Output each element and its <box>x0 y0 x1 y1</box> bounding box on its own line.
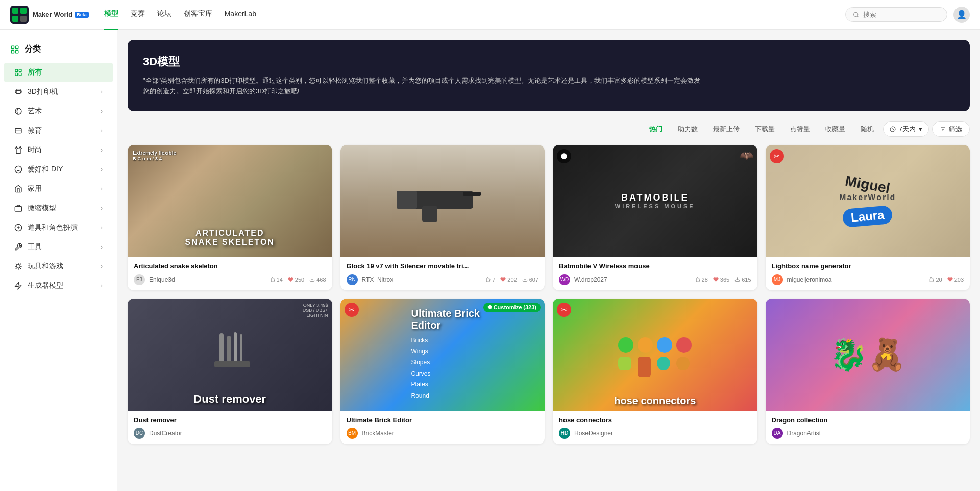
card-image: 🦇 BATMOBILE WIRELESS MOUSE <box>553 145 757 257</box>
sidebar-item-toys[interactable]: 玩具和游戏 › <box>4 257 113 276</box>
model-card[interactable]: 🦇 BATMOBILE WIRELESS MOUSE Batmobile V W… <box>553 145 757 290</box>
stat-downloads: 468 <box>309 277 326 283</box>
fashion-icon <box>14 146 22 154</box>
nav-item-contest[interactable]: 竞赛 <box>131 9 145 20</box>
sidebar-item-printer[interactable]: 3D打印机 › <box>4 82 113 102</box>
model-card[interactable]: ONLY 3.49$USB / UBS+LIGHTNIN Dust remove… <box>128 299 332 444</box>
card-image: ✂ ✱ Customize (323) Ultimate BrickEditor… <box>340 299 545 411</box>
svg-rect-13 <box>19 73 21 76</box>
svg-rect-16 <box>15 128 21 133</box>
svg-rect-1 <box>12 8 18 14</box>
sidebar-item-home[interactable]: 家用 › <box>4 179 113 199</box>
banner-desc: "全部"类别包含我们所有的3D打印模型。通过这个类别，您可以轻松浏览我们整个收藏… <box>143 76 704 97</box>
card-info: Dragon collection DA DragonArtist <box>766 411 970 444</box>
author-avatar: MJ <box>772 274 783 285</box>
card-title: Dragon collection <box>772 416 964 424</box>
card-image: ONLY 3.49$USB / UBS+LIGHTNIN Dust remove… <box>128 299 332 411</box>
sort-downloads[interactable]: 下载量 <box>749 121 781 137</box>
chevron-icon: › <box>101 282 103 289</box>
svg-point-15 <box>15 108 21 114</box>
author-name: Enique3d <box>149 276 175 283</box>
card-info: hose connectors HD HoseDesigner <box>553 411 757 444</box>
svg-rect-34 <box>219 333 224 364</box>
chevron-icon: › <box>101 146 103 154</box>
card-stats: 28 365 615 <box>695 277 751 283</box>
card-title: Lightbox name generator <box>772 262 964 270</box>
sort-collections[interactable]: 收藏量 <box>819 121 851 137</box>
nav-item-forum[interactable]: 论坛 <box>157 9 172 20</box>
svg-rect-6 <box>11 46 14 48</box>
card-stats: 7 202 607 <box>485 277 538 283</box>
nav-item-models[interactable]: 模型 <box>104 9 118 20</box>
banner-title: 3D模型 <box>143 54 954 69</box>
chevron-icon: › <box>101 127 103 134</box>
chevron-icon: › <box>101 185 103 192</box>
sidebar-item-art[interactable]: 艺术 › <box>4 102 113 121</box>
chevron-icon: › <box>101 224 103 231</box>
printer-icon <box>14 88 22 96</box>
logo-line1: Maker <box>33 11 52 18</box>
chevron-down-icon: ▾ <box>919 125 922 133</box>
snake-label: ARTICULATEDSNAKE SKELETON <box>128 229 332 247</box>
model-card[interactable]: ✂ Miguel MakerWorld Laura Lightbox name … <box>766 145 970 290</box>
sort-assists[interactable]: 助力数 <box>672 121 704 137</box>
sort-newest[interactable]: 最新上传 <box>707 121 746 137</box>
banner: 3D模型 "全部"类别包含我们所有的3D打印模型。通过这个类别，您可以轻松浏览我… <box>128 40 970 111</box>
author-avatar: BM <box>347 428 358 439</box>
sidebar-item-fashion[interactable]: 时尚 › <box>4 140 113 160</box>
card-image <box>340 145 545 257</box>
overlay-text: Extremely flexibleBCom/34 <box>133 150 176 161</box>
sidebar-item-hobby[interactable]: 爱好和 DIY › <box>4 160 113 179</box>
red-badge: ✂ <box>770 149 784 163</box>
sort-random[interactable]: 随机 <box>854 121 880 137</box>
card-meta: MJ migueljeronimoa 20 203 <box>772 274 964 285</box>
stat-likes: 14 <box>270 277 283 283</box>
sidebar-item-generator[interactable]: 生成器模型 › <box>4 276 113 296</box>
model-card[interactable]: ✂ ✱ Customize (323) Ultimate BrickEditor… <box>340 299 545 444</box>
stat-likes: 7 <box>485 277 495 283</box>
nav-item-makerlab[interactable]: MakerLab <box>225 10 256 20</box>
svg-rect-9 <box>16 50 18 53</box>
sidebar-title: 分类 <box>0 40 117 63</box>
search-input[interactable] <box>863 11 940 18</box>
sidebar-item-education[interactable]: 教育 › <box>4 121 113 140</box>
chevron-icon: › <box>101 243 103 251</box>
logo-beta: Beta <box>75 12 89 18</box>
model-card[interactable]: 🐉🧸 Dragon collection DA DragonArtist <box>766 299 970 444</box>
sidebar-item-all[interactable]: 所有 <box>4 63 113 82</box>
author-name: migueljeronimoa <box>787 276 832 283</box>
card-image: ✂ <box>553 299 757 411</box>
clock-icon <box>890 126 896 132</box>
svg-rect-35 <box>227 336 231 364</box>
sidebar-item-miniature[interactable]: 微缩模型 › <box>4 199 113 218</box>
model-card[interactable]: Glock 19 v7 with Silencer movable tri...… <box>340 145 545 290</box>
search-icon <box>853 11 859 18</box>
logo[interactable]: Maker World Beta <box>10 6 89 24</box>
author-name: RTX_Nitrox <box>362 276 394 283</box>
card-stats: 14 250 468 <box>270 277 326 283</box>
model-card[interactable]: Extremely flexibleBCom/34 ARTICULATEDSNA… <box>128 145 332 290</box>
sidebar-item-props[interactable]: 道具和角色扮演 › <box>4 218 113 237</box>
stat-hearts: 365 <box>713 277 729 283</box>
svg-rect-7 <box>16 46 18 48</box>
nav-item-creator[interactable]: 创客宝库 <box>184 9 212 20</box>
user-avatar[interactable]: 👤 <box>953 7 970 23</box>
dust-tools-svg <box>199 328 260 379</box>
svg-marker-21 <box>15 282 21 289</box>
time-filter[interactable]: 7天内 ▾ <box>883 121 929 137</box>
tools-icon <box>14 243 22 251</box>
sidebar-item-tools[interactable]: 工具 › <box>4 237 113 257</box>
sort-popular[interactable]: 热门 <box>643 121 669 137</box>
props-icon <box>14 224 22 232</box>
card-title: Dust remover <box>134 416 326 424</box>
card-meta: WD W.drop2027 28 365 <box>559 274 751 285</box>
model-card[interactable]: ✂ <box>553 299 757 444</box>
search-box[interactable] <box>845 7 947 22</box>
stat-downloads: 607 <box>522 277 538 283</box>
card-image: Extremely flexibleBCom/34 ARTICULATEDSNA… <box>128 145 332 257</box>
author-avatar: WD <box>559 274 570 285</box>
filter-button[interactable]: 筛选 <box>932 121 970 137</box>
card-title: Ultimate Brick Editor <box>347 416 539 424</box>
svg-rect-11 <box>19 69 21 72</box>
sort-likes[interactable]: 点赞量 <box>784 121 816 137</box>
